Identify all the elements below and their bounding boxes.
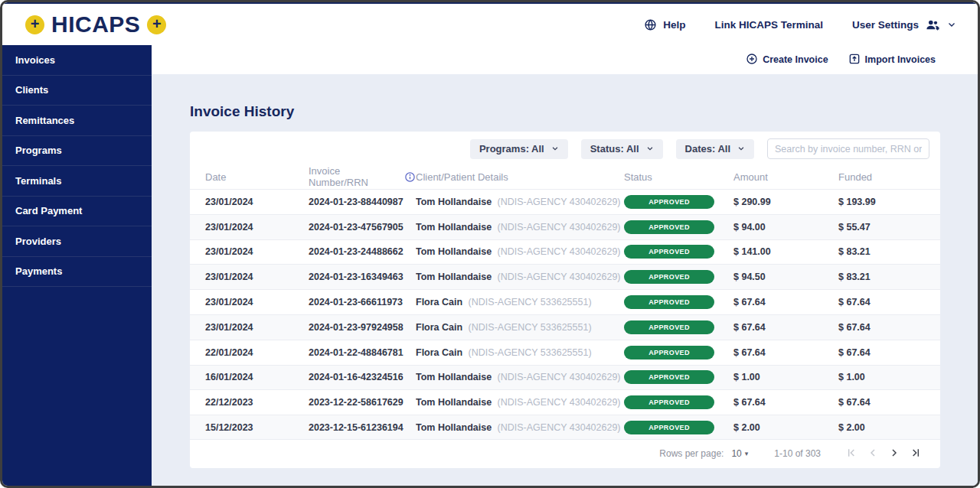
cell-invoice: 2024-01-22-48846781 xyxy=(309,347,416,358)
first-page-button[interactable] xyxy=(841,444,862,463)
cell-invoice: 2023-12-15-61236194 xyxy=(309,422,416,433)
client-agency: (NDIS-AGENCY 430402629) xyxy=(498,222,621,233)
search-input[interactable] xyxy=(767,138,929,159)
cell-funded: $ 83.21 xyxy=(838,246,940,257)
create-invoice-label: Create Invoice xyxy=(763,54,828,65)
rows-per-page-select[interactable]: 10 ▾ xyxy=(731,448,748,459)
client-agency: (NDIS-AGENCY 430402629) xyxy=(498,422,621,433)
cell-funded: $ 2.00 xyxy=(838,422,940,433)
status-badge: APPROVED xyxy=(624,421,714,434)
cell-client: Tom Hollandaise (NDIS-AGENCY 430402629) xyxy=(416,422,624,433)
import-invoices-button[interactable]: Import Invoices xyxy=(848,53,936,67)
invoice-table-row[interactable]: 23/01/2024 2024-01-23-47567905 Tom Holla… xyxy=(190,214,940,239)
cell-date: 16/01/2024 xyxy=(205,372,309,382)
last-page-button[interactable] xyxy=(905,444,926,463)
client-name: Flora Cain xyxy=(416,347,462,358)
dates-filter-dropdown[interactable]: Dates: All xyxy=(676,139,754,159)
status-badge: APPROVED xyxy=(624,195,714,209)
cell-invoice: 2024-01-23-47567905 xyxy=(309,222,416,233)
next-page-button[interactable] xyxy=(884,444,905,463)
sidebar-item-card-payment[interactable]: Card Payment xyxy=(2,197,152,227)
invoice-table-row[interactable]: 22/01/2024 2024-01-22-48846781 Flora Cai… xyxy=(190,340,940,365)
client-name: Flora Cain xyxy=(416,297,462,307)
client-agency: (NDIS-AGENCY 533625551) xyxy=(469,347,592,358)
caret-down-icon: ▾ xyxy=(745,450,749,457)
invoice-table-row[interactable]: 16/01/2024 2024-01-16-42324516 Tom Holla… xyxy=(190,365,940,390)
sidebar-item-clients[interactable]: Clients xyxy=(2,76,152,106)
cell-amount: $ 290.99 xyxy=(733,197,838,207)
info-circle-icon[interactable] xyxy=(404,171,416,183)
create-invoice-button[interactable]: Create Invoice xyxy=(746,53,828,67)
invoice-table-row[interactable]: 22/12/2023 2023-12-22-58617629 Tom Holla… xyxy=(190,389,940,415)
brand-name: HICAPS xyxy=(51,11,140,37)
client-agency: (NDIS-AGENCY 430402629) xyxy=(498,272,621,282)
previous-page-button[interactable] xyxy=(862,444,884,463)
cell-client: Tom Hollandaise (NDIS-AGENCY 430402629) xyxy=(416,372,624,382)
table-header-row: Date Invoice Number/RRN Client/Patient D… xyxy=(190,164,940,189)
hicaps-logo: + HICAPS + xyxy=(25,11,166,37)
cell-invoice: 2024-01-23-97924958 xyxy=(309,322,416,333)
chevron-down-icon xyxy=(551,143,559,155)
chevron-down-icon xyxy=(737,143,745,155)
invoice-history-card: Programs: All Status: All Dates: All xyxy=(190,132,940,468)
upload-icon xyxy=(848,53,861,67)
sidebar-item-programs[interactable]: Programs xyxy=(2,136,152,167)
filter-bar: Programs: All Status: All Dates: All xyxy=(190,132,940,164)
cell-invoice: 2024-01-23-16349463 xyxy=(309,272,416,282)
cell-amount: $ 94.50 xyxy=(733,272,838,282)
invoice-table-row[interactable]: 23/01/2024 2024-01-23-24488662 Tom Holla… xyxy=(190,239,940,265)
cell-date: 23/01/2024 xyxy=(205,222,309,233)
cell-amount: $ 67.64 xyxy=(733,322,838,333)
cell-amount: $ 94.00 xyxy=(733,222,838,233)
sidebar-item-providers[interactable]: Providers xyxy=(2,226,152,257)
user-settings-menu[interactable]: User Settings xyxy=(852,18,956,31)
cell-date: 22/01/2024 xyxy=(205,347,309,358)
cell-status: APPROVED xyxy=(624,346,733,359)
cell-date: 23/01/2024 xyxy=(205,297,309,307)
client-name: Tom Hollandaise xyxy=(416,197,492,207)
cell-status: APPROVED xyxy=(624,195,733,209)
cell-amount: $ 67.64 xyxy=(733,347,838,358)
status-badge: APPROVED xyxy=(624,220,714,234)
link-hicaps-terminal-link[interactable]: Link HICAPS Terminal xyxy=(714,19,823,31)
cell-funded: $ 67.64 xyxy=(838,297,940,307)
people-gear-icon xyxy=(925,18,941,31)
client-agency: (NDIS-AGENCY 533625551) xyxy=(469,322,592,333)
invoice-table-row[interactable]: 15/12/2023 2023-12-15-61236194 Tom Holla… xyxy=(190,415,940,440)
invoice-table-row[interactable]: 23/01/2024 2024-01-23-88440987 Tom Holla… xyxy=(190,189,940,214)
help-link[interactable]: Help xyxy=(644,18,685,31)
plus-circle-icon: + xyxy=(25,15,44,34)
chevron-down-icon xyxy=(947,20,956,29)
cell-status: APPROVED xyxy=(624,421,733,434)
plus-circle-icon: + xyxy=(147,15,166,34)
cell-funded: $ 193.99 xyxy=(838,197,940,207)
action-bar: Create Invoice Import Invoices xyxy=(152,45,978,74)
prev-page-icon xyxy=(867,447,879,461)
globe-icon xyxy=(644,18,657,31)
invoice-table-row[interactable]: 23/01/2024 2024-01-23-16349463 Tom Holla… xyxy=(190,264,940,289)
column-header-amount: Amount xyxy=(733,171,838,183)
cell-date: 23/01/2024 xyxy=(205,246,309,257)
invoice-table-row[interactable]: 23/01/2024 2024-01-23-97924958 Flora Cai… xyxy=(190,314,940,340)
status-badge: APPROVED xyxy=(624,270,714,284)
cell-amount: $ 67.64 xyxy=(733,397,838,408)
client-name: Tom Hollandaise xyxy=(416,397,492,408)
cell-status: APPROVED xyxy=(624,370,733,384)
sidebar-item-invoices[interactable]: Invoices xyxy=(2,45,152,76)
cell-funded: $ 67.64 xyxy=(838,347,940,358)
cell-status: APPROVED xyxy=(624,220,733,234)
cell-client: Tom Hollandaise (NDIS-AGENCY 430402629) xyxy=(416,246,624,257)
client-name: Tom Hollandaise xyxy=(416,246,492,257)
status-filter-dropdown[interactable]: Status: All xyxy=(581,139,663,159)
sidebar-item-remittances[interactable]: Remittances xyxy=(2,106,152,136)
import-invoices-label: Import Invoices xyxy=(865,54,936,65)
sidebar-item-terminals[interactable]: Terminals xyxy=(2,166,152,197)
status-badge: APPROVED xyxy=(624,395,714,409)
programs-filter-dropdown[interactable]: Programs: All xyxy=(470,139,568,159)
cell-amount: $ 1.00 xyxy=(733,372,838,382)
cell-invoice: 2024-01-23-88440987 xyxy=(309,197,416,207)
invoice-table-row[interactable]: 23/01/2024 2024-01-23-66611973 Flora Cai… xyxy=(190,289,940,314)
cell-client: Flora Cain (NDIS-AGENCY 533625551) xyxy=(416,347,624,358)
sidebar-item-payments[interactable]: Payments xyxy=(2,257,152,288)
dates-filter-label: Dates: All xyxy=(685,143,730,155)
